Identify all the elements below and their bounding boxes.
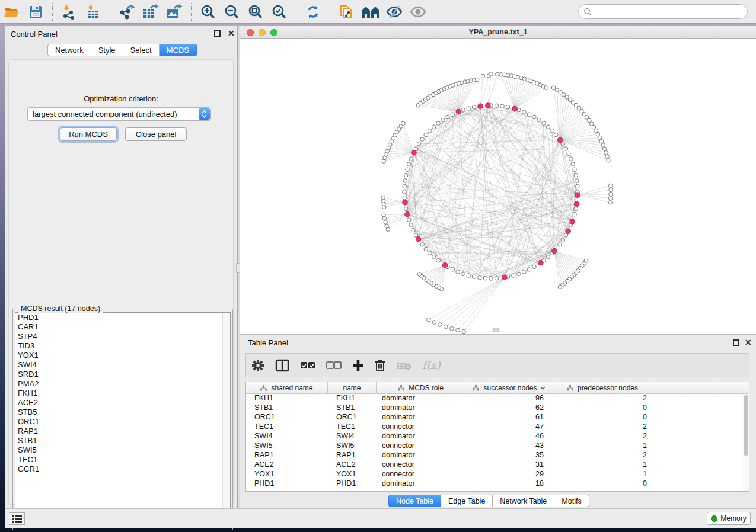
zoom-out-button[interactable] — [222, 2, 242, 22]
table-cell[interactable]: RAP1 — [246, 451, 328, 460]
network-leaf-node[interactable] — [596, 132, 600, 136]
float-table-panel-icon[interactable] — [733, 339, 739, 346]
network-node[interactable] — [420, 243, 425, 247]
zoom-selected-button[interactable] — [269, 2, 289, 22]
table-cell[interactable]: 2 — [553, 432, 652, 441]
task-history-button[interactable] — [9, 512, 25, 525]
network-node[interactable] — [574, 173, 578, 177]
network-node[interactable] — [522, 270, 527, 274]
network-node[interactable] — [403, 190, 407, 194]
network-hub-node[interactable] — [456, 109, 461, 114]
network-leaf-node[interactable] — [608, 200, 613, 204]
network-node[interactable] — [561, 238, 565, 242]
close-table-panel-icon[interactable]: ✕ — [745, 338, 752, 347]
table-cell[interactable]: 35 — [465, 451, 553, 460]
mcds-node-item[interactable]: ORC1 — [15, 417, 230, 427]
optimization-criterion-select[interactable]: largest connected component (undirected) — [27, 107, 211, 121]
network-leaf-node[interactable] — [608, 184, 613, 188]
network-leaf-node[interactable] — [385, 224, 389, 228]
table-cell[interactable]: dominator — [377, 451, 465, 460]
network-node[interactable] — [424, 133, 428, 137]
network-node[interactable] — [575, 184, 579, 188]
mcds-node-item[interactable]: STB5 — [15, 408, 230, 417]
table-cell[interactable]: connector — [377, 441, 465, 451]
table-cell[interactable]: 0 — [553, 403, 652, 413]
network-node[interactable] — [506, 105, 510, 110]
mcds-node-item[interactable]: PHD1 — [15, 313, 230, 322]
network-node[interactable] — [436, 121, 441, 126]
network-hub-node[interactable] — [570, 219, 575, 225]
network-node[interactable] — [403, 196, 407, 200]
tab-edge-table[interactable]: Edge Table — [441, 495, 493, 507]
table-row[interactable]: PHD1PHD1dominator180 — [246, 479, 749, 489]
column-header-shared-name[interactable]: shared name — [246, 382, 328, 393]
network-hub-node[interactable] — [412, 150, 417, 155]
network-node[interactable] — [467, 274, 471, 278]
network-node[interactable] — [472, 275, 476, 279]
network-hub-node[interactable] — [403, 200, 408, 205]
table-row[interactable]: SWI4SWI4dominator462 — [246, 432, 749, 441]
mcds-node-item[interactable]: SWI4 — [15, 360, 230, 370]
network-node[interactable] — [472, 105, 476, 110]
network-leaf-node[interactable] — [456, 328, 460, 332]
network-leaf-node[interactable] — [481, 74, 485, 78]
network-node[interactable] — [561, 142, 565, 146]
mcds-node-item[interactable]: GCR1 — [15, 464, 230, 474]
import-table-button[interactable] — [83, 2, 103, 22]
network-node[interactable] — [424, 247, 428, 251]
mcds-result-list[interactable]: PHD1CAR1STP4TID3YOX1SWI4SRD1PMA2FKH1ACE2… — [15, 312, 231, 528]
network-leaf-node[interactable] — [608, 196, 613, 200]
network-leaf-node[interactable] — [384, 220, 388, 225]
hide-selected-button[interactable] — [384, 2, 404, 22]
network-leaf-node[interactable] — [601, 143, 605, 148]
show-all-button[interactable] — [408, 2, 428, 22]
table-cell[interactable]: SWI5 — [328, 441, 377, 451]
network-node[interactable] — [489, 277, 493, 281]
table-row[interactable]: ORC1ORC1dominator610 — [246, 413, 749, 422]
network-node[interactable] — [532, 265, 537, 269]
tab-network-table[interactable]: Network Table — [493, 495, 554, 507]
table-cell[interactable]: 1 — [553, 470, 652, 479]
tab-motifs[interactable]: Motifs — [554, 495, 589, 507]
network-node[interactable] — [500, 104, 505, 108]
network-node[interactable] — [456, 270, 460, 274]
table-cell[interactable]: 2 — [553, 451, 652, 460]
network-node[interactable] — [409, 223, 413, 227]
table-cell[interactable]: connector — [377, 460, 465, 470]
network-node[interactable] — [517, 272, 521, 276]
show-columns-button[interactable] — [275, 359, 289, 372]
network-node[interactable] — [567, 152, 571, 156]
mcds-node-item[interactable]: CAR1 — [15, 322, 230, 332]
network-node[interactable] — [406, 168, 410, 172]
tab-node-table[interactable]: Node Table — [388, 495, 441, 507]
network-node[interactable] — [441, 118, 445, 122]
network-leaf-node[interactable] — [382, 216, 387, 220]
table-cell[interactable]: TEC1 — [328, 422, 377, 432]
network-leaf-node[interactable] — [599, 139, 604, 143]
table-cell[interactable]: SWI4 — [246, 432, 328, 441]
network-node[interactable] — [527, 268, 531, 272]
network-hub-node[interactable] — [512, 106, 518, 111]
network-node[interactable] — [461, 108, 465, 112]
function-builder-button[interactable]: f(x) — [422, 359, 441, 371]
table-cell[interactable]: ACE2 — [328, 460, 377, 470]
network-node[interactable] — [451, 268, 455, 272]
network-node[interactable] — [478, 275, 482, 280]
network-hub-node[interactable] — [557, 137, 563, 143]
canvas-resize-handle[interactable] — [493, 328, 499, 332]
network-node[interactable] — [537, 118, 541, 122]
table-row[interactable]: TEC1TEC1connector472 — [246, 422, 749, 432]
network-leaf-node[interactable] — [475, 78, 479, 82]
mcds-node-item[interactable]: SRD1 — [15, 370, 230, 379]
network-hub-node[interactable] — [416, 236, 421, 242]
zoom-in-button[interactable] — [198, 2, 218, 22]
table-cell[interactable]: connector — [377, 422, 465, 432]
network-node[interactable] — [574, 207, 578, 211]
network-node[interactable] — [573, 168, 577, 172]
table-cell[interactable]: FKH1 — [246, 394, 328, 403]
network-leaf-node[interactable] — [607, 159, 611, 163]
network-node[interactable] — [550, 129, 554, 133]
network-node[interactable] — [417, 142, 421, 146]
network-hub-node[interactable] — [405, 211, 410, 217]
network-node[interactable] — [428, 251, 432, 255]
